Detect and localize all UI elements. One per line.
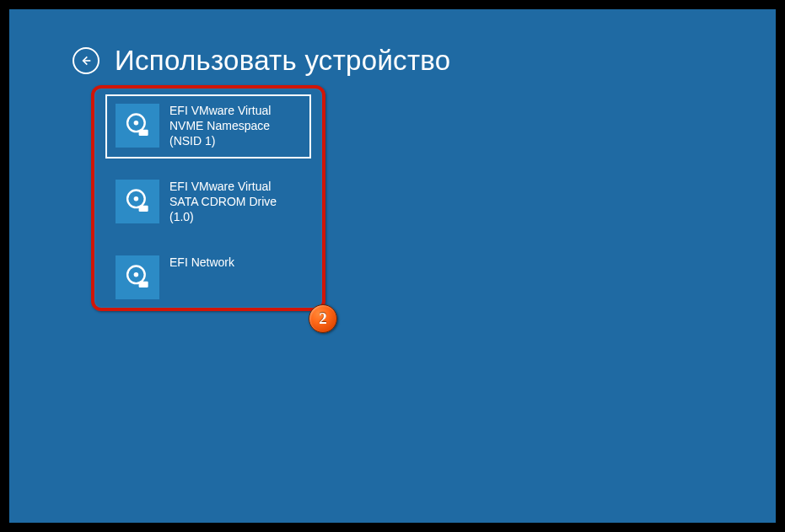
device-option-nvme[interactable]: EFI VMware Virtual NVME Namespace (NSID … xyxy=(105,94,311,159)
svg-rect-6 xyxy=(139,206,148,212)
svg-point-5 xyxy=(134,196,139,202)
disc-icon xyxy=(116,180,159,223)
disc-icon xyxy=(116,255,159,299)
annotation-badge: 2 xyxy=(309,304,337,333)
device-option-network[interactable]: EFI Network xyxy=(105,246,311,310)
back-arrow-icon xyxy=(79,54,93,67)
device-option-cdrom[interactable]: EFI VMware Virtual SATA CDROM Drive (1.0… xyxy=(105,170,311,234)
svg-rect-3 xyxy=(139,130,148,136)
back-button[interactable] xyxy=(73,47,99,74)
device-label: EFI Network xyxy=(169,255,234,271)
boot-options-screen: Использовать устройство EFI VMware Virtu… xyxy=(9,9,776,523)
svg-rect-9 xyxy=(139,282,148,287)
device-list: EFI VMware Virtual NVME Namespace (NSID … xyxy=(105,94,311,310)
header: Использовать устройство xyxy=(73,45,450,77)
device-label: EFI VMware Virtual NVME Namespace (NSID … xyxy=(169,104,301,149)
page-title: Использовать устройство xyxy=(115,45,450,77)
svg-point-2 xyxy=(134,121,139,126)
disc-icon xyxy=(116,104,159,148)
svg-point-8 xyxy=(134,272,139,277)
device-label: EFI VMware Virtual SATA CDROM Drive (1.0… xyxy=(169,180,301,225)
